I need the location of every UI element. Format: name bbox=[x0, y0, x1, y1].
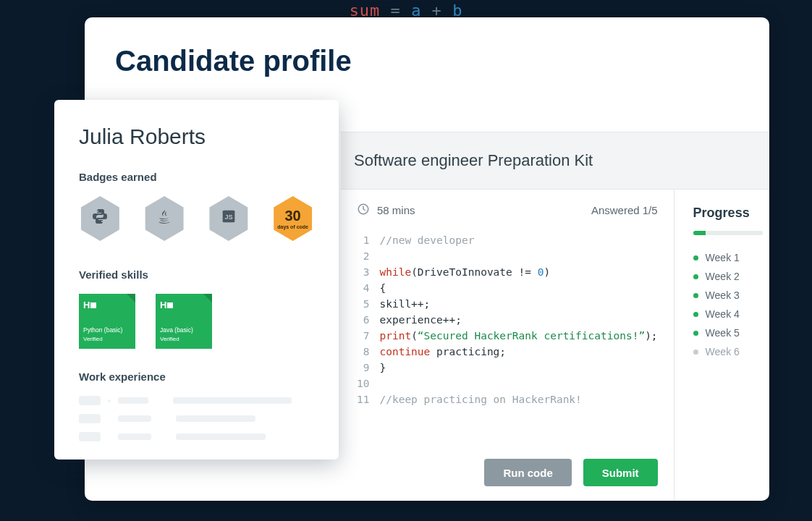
work-experience-placeholder bbox=[79, 396, 314, 441]
submit-button[interactable]: Submit bbox=[583, 459, 658, 486]
progress-week[interactable]: Week 5 bbox=[693, 323, 769, 342]
badges-row: JS30days of code bbox=[79, 196, 314, 241]
status-dot-icon bbox=[693, 350, 698, 355]
progress-week[interactable]: Week 2 bbox=[693, 267, 769, 286]
skill-card-python-basic: HPython (basic)Verified bbox=[79, 294, 135, 349]
svg-text:JS: JS bbox=[224, 213, 232, 221]
skill-status: Verified bbox=[83, 336, 131, 342]
skills-row: HPython (basic)VerifiedHJava (basic)Veri… bbox=[79, 294, 314, 349]
kit-answered: Answered 1/5 bbox=[591, 204, 658, 216]
progress-weeks: Week 1Week 2Week 3Week 4Week 5Week 6 bbox=[693, 248, 769, 361]
kit-actions: Run code Submit bbox=[484, 459, 657, 486]
progress-week[interactable]: Week 4 bbox=[693, 305, 769, 323]
progress-week[interactable]: Week 3 bbox=[693, 286, 769, 305]
profile-card: Julia Roberts Badges earned JS30days of … bbox=[54, 100, 339, 459]
status-dot-icon bbox=[693, 312, 698, 317]
week-label: Week 2 bbox=[706, 271, 740, 282]
page-title: Candidate profile bbox=[115, 45, 352, 77]
work-experience-label: Work experience bbox=[79, 370, 314, 383]
python-icon bbox=[91, 208, 109, 229]
days-of-code-badge: 30days of code bbox=[271, 196, 314, 241]
skills-label: Verified skills bbox=[79, 268, 314, 281]
status-dot-icon bbox=[693, 293, 698, 298]
week-label: Week 5 bbox=[706, 327, 740, 339]
skill-name: Python (basic) bbox=[83, 326, 131, 334]
progress-title: Progress bbox=[693, 206, 769, 221]
week-label: Week 6 bbox=[706, 346, 740, 357]
progress-week[interactable]: Week 1 bbox=[693, 248, 769, 267]
clock-icon bbox=[357, 203, 370, 218]
run-code-button[interactable]: Run code bbox=[484, 459, 571, 486]
week-label: Week 4 bbox=[706, 308, 740, 320]
kit-main: 58 mins Answered 1/5 1234567891011 //new… bbox=[341, 190, 674, 501]
candidate-name: Julia Roberts bbox=[79, 124, 314, 149]
kit-time: 58 mins bbox=[377, 204, 415, 216]
code-editor[interactable]: 1234567891011 //new developer while(Driv… bbox=[357, 232, 658, 407]
kit-title: Software engineer Preparation Kit bbox=[341, 132, 769, 190]
hackerrank-logo-icon: H bbox=[160, 300, 208, 310]
skill-status: Verified bbox=[160, 336, 208, 342]
status-dot-icon bbox=[693, 255, 698, 260]
progress-panel: Progress Week 1Week 2Week 3Week 4Week 5W… bbox=[674, 190, 769, 501]
java-icon bbox=[156, 208, 172, 229]
progress-week[interactable]: Week 6 bbox=[693, 342, 769, 361]
skill-name: Java (basic) bbox=[160, 326, 208, 334]
badges-label: Badges earned bbox=[79, 171, 314, 183]
kit-body: 58 mins Answered 1/5 1234567891011 //new… bbox=[341, 190, 769, 501]
java-badge bbox=[143, 196, 186, 241]
week-label: Week 3 bbox=[706, 289, 740, 301]
kit-meta: 58 mins Answered 1/5 bbox=[357, 203, 658, 218]
python-badge bbox=[79, 196, 122, 241]
hackerrank-logo-icon: H bbox=[83, 300, 131, 310]
js-icon: JS bbox=[221, 209, 236, 228]
js-badge: JS bbox=[208, 196, 250, 241]
status-dot-icon bbox=[693, 331, 698, 336]
skill-card-java-basic: HJava (basic)Verified bbox=[156, 294, 212, 349]
week-label: Week 1 bbox=[706, 252, 740, 263]
status-dot-icon bbox=[693, 274, 698, 279]
progress-bar bbox=[693, 231, 763, 235]
